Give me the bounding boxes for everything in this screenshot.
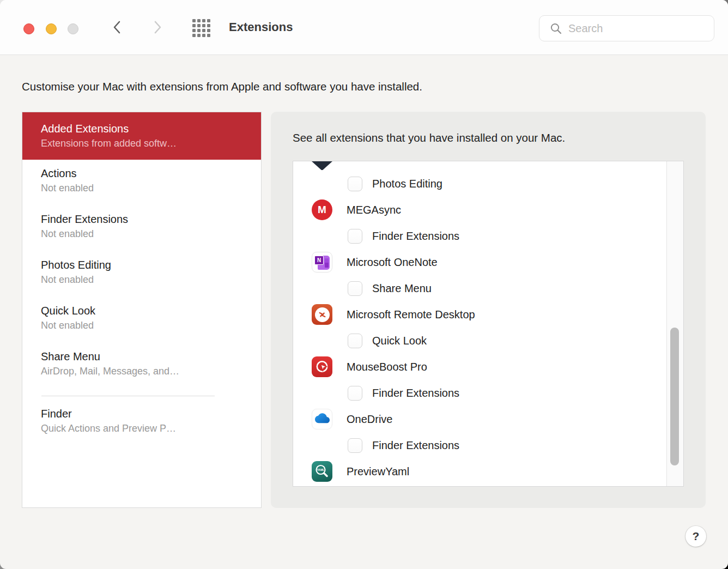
- extension-checkbox-row: Share Menu: [312, 275, 667, 301]
- sidebar-item-subtitle: Not enabled: [41, 181, 250, 195]
- sidebar-item-added-extensions[interactable]: Added ExtensionsExtensions from added so…: [22, 112, 261, 160]
- sidebar-item-subtitle: Quick Actions and Preview P…: [41, 421, 250, 435]
- extension-checkbox[interactable]: [348, 177, 362, 191]
- extension-checkbox[interactable]: [348, 229, 362, 244]
- remote-desktop-icon: [312, 304, 332, 325]
- list-item-partially-scrolled: [312, 161, 667, 171]
- intro-text: Customise your Mac with extensions from …: [22, 80, 422, 93]
- extension-checkbox-label: Finder Extensions: [372, 439, 459, 452]
- sidebar-item-subtitle: Not enabled: [41, 227, 250, 241]
- scrollbar-track[interactable]: [666, 161, 683, 486]
- help-label: ?: [693, 530, 700, 543]
- extension-checkbox[interactable]: [348, 334, 362, 348]
- page-title: Extensions: [229, 20, 293, 34]
- sidebar-item-finder[interactable]: FinderQuick Actions and Preview P…: [22, 396, 261, 442]
- extension-checkbox-row: Finder Extensions: [312, 432, 667, 458]
- megasync-icon: M: [312, 199, 332, 220]
- scrollbar-thumb[interactable]: [670, 328, 679, 465]
- extension-checkbox-label: Share Menu: [372, 282, 432, 295]
- extension-checkbox-label: Finder Extensions: [372, 387, 459, 399]
- clipped-app-icon: [312, 161, 332, 170]
- help-button[interactable]: ?: [685, 526, 706, 547]
- detail-panel: See all extensions that you have install…: [271, 112, 706, 508]
- sidebar-item-finder-extensions[interactable]: Finder ExtensionsNot enabled: [22, 205, 261, 251]
- extension-app-name: Microsoft Remote Desktop: [347, 308, 475, 321]
- extensions-list[interactable]: Photos EditingMMEGAsyncFinder Extensions…: [293, 161, 667, 486]
- sidebar-item-share-menu[interactable]: Share MenuAirDrop, Mail, Messages, and…: [22, 343, 261, 389]
- chevron-left-icon: [111, 20, 123, 34]
- extension-app-row-previewyaml: YAMLPreviewYaml: [312, 458, 667, 485]
- back-button[interactable]: [108, 18, 126, 37]
- close-button[interactable]: [23, 23, 34, 34]
- sidebar-item-subtitle: Not enabled: [41, 273, 250, 287]
- forward-button[interactable]: [148, 18, 167, 37]
- sidebar-item-title: Photos Editing: [41, 257, 250, 273]
- show-all-button[interactable]: [191, 18, 211, 38]
- extension-checkbox-row: Photos Editing: [312, 171, 667, 197]
- extensions-preferences-window: Extensions Customise your Mac with exten…: [0, 0, 728, 569]
- extension-app-row-onedrive: OneDrive: [312, 406, 667, 432]
- onenote-icon: N: [312, 252, 332, 273]
- extension-checkbox-label: Photos Editing: [372, 178, 442, 190]
- extension-app-name: MouseBoost Pro: [347, 361, 427, 373]
- search-field[interactable]: [539, 15, 714, 41]
- sidebar-item-title: Quick Look: [41, 303, 250, 318]
- extension-app-name: PreviewYaml: [347, 465, 409, 478]
- sidebar: Added ExtensionsExtensions from added so…: [22, 112, 262, 508]
- svg-text:YAML: YAML: [317, 468, 325, 471]
- extension-app-name: Microsoft OneNote: [347, 256, 438, 269]
- sidebar-item-title: Actions: [41, 166, 250, 181]
- extension-checkbox-row: Finder Extensions: [312, 380, 667, 406]
- extension-checkbox-label: Finder Extensions: [372, 230, 459, 243]
- extension-checkbox[interactable]: [348, 386, 362, 401]
- previewyaml-icon: YAML: [312, 461, 332, 482]
- detail-header: See all extensions that you have install…: [293, 131, 565, 144]
- extension-app-name: OneDrive: [347, 413, 392, 426]
- sidebar-item-title: Finder: [41, 406, 250, 421]
- sidebar-item-title: Finder Extensions: [41, 211, 250, 227]
- sidebar-item-subtitle: Not enabled: [41, 318, 250, 332]
- minimize-button[interactable]: [46, 23, 57, 34]
- extension-app-row-mouseboost-pro: MouseBoost Pro: [312, 354, 667, 380]
- sidebar-item-title: Added Extensions: [41, 121, 250, 136]
- search-input[interactable]: [567, 22, 707, 35]
- extension-app-row-megasync: MMEGAsync: [312, 197, 667, 223]
- extension-app-row-microsoft-onenote: NMicrosoft OneNote: [312, 249, 667, 275]
- extension-checkbox[interactable]: [348, 438, 362, 453]
- extension-checkbox-row: Quick Look: [312, 328, 667, 354]
- extension-app-name: MEGAsync: [347, 204, 401, 216]
- sidebar-item-subtitle: Extensions from added softw…: [41, 136, 250, 150]
- sidebar-item-title: Share Menu: [41, 349, 250, 364]
- zoom-button[interactable]: [68, 23, 78, 34]
- extension-checkbox[interactable]: [348, 281, 362, 296]
- grid-icon: [192, 19, 210, 37]
- extension-checkbox-label: Quick Look: [372, 335, 427, 347]
- toolbar: Extensions: [0, 0, 728, 55]
- extension-checkbox-row: Finder Extensions: [312, 223, 667, 249]
- extensions-listbox: Photos EditingMMEGAsyncFinder Extensions…: [293, 161, 684, 487]
- mouseboost-icon: [312, 356, 332, 377]
- sidebar-item-quick-look[interactable]: Quick LookNot enabled: [22, 297, 261, 343]
- chevron-right-icon: [151, 20, 163, 34]
- sidebar-item-subtitle: AirDrop, Mail, Messages, and…: [41, 364, 250, 378]
- extension-app-row-microsoft-remote-desktop: Microsoft Remote Desktop: [312, 301, 667, 328]
- sidebar-item-photos-editing[interactable]: Photos EditingNot enabled: [22, 251, 261, 297]
- search-icon: [550, 23, 562, 34]
- sidebar-item-actions[interactable]: ActionsNot enabled: [22, 160, 261, 205]
- onedrive-icon: [312, 409, 332, 429]
